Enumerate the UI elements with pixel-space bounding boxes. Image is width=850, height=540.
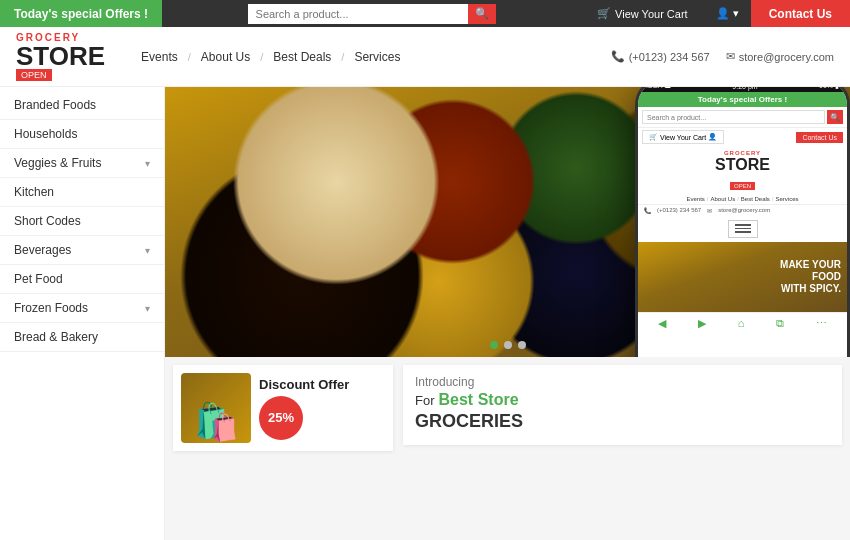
chevron-down-icon: ▾ [145,303,150,314]
header-email: ✉ store@grocery.com [726,50,834,63]
email-address: store@grocery.com [739,51,834,63]
phone-nav-events[interactable]: Events [686,196,704,202]
phone-hero-text: MAKE YOURFOODWITH SPICY. [780,259,841,295]
nav-best-deals[interactable]: Best Deals [267,50,337,64]
sidebar-item-kitchen[interactable]: Kitchen [0,178,164,207]
logo: GROCERY STORE OPEN [16,32,105,81]
phone-contact-button[interactable]: Contact Us [796,132,843,143]
sidebar-item-short-codes[interactable]: Short Codes [0,207,164,236]
phone-offers-text: Today's special Offers ! [698,95,787,104]
phone-user-icon: 👤 [708,133,717,141]
sidebar-label: Veggies & Fruits [14,156,101,170]
user-icon: 👤 [716,7,730,20]
logo-store: STORE [16,43,105,69]
promo-title: Discount Offer [259,377,385,392]
phone-search-button[interactable]: 🔍 [827,110,843,124]
cart-label: View Your Cart [615,8,688,20]
phone-logo: GROCERY STORE OPEN [638,146,847,194]
phone-cart-label: View Your Cart [660,134,706,141]
contact-button[interactable]: Contact Us [751,0,850,27]
phone-contact-label: Contact Us [802,134,837,141]
phone-cart-button[interactable]: 🛒 View Your Cart 👤 [642,130,724,144]
hero-dot-1[interactable] [490,341,498,349]
sidebar-label: Beverages [14,243,71,257]
phone-email-icon: ✉ [707,207,712,214]
phone-cart-row: 🛒 View Your Cart 👤 Contact Us [638,127,847,146]
hamburger-line [735,231,751,233]
phone-email: store@grocery.com [718,207,770,214]
logo-open: OPEN [16,69,52,81]
main-content: Branded Foods Households Veggies & Fruit… [0,87,850,540]
phone-number: (+0123) 234 567 [629,51,710,63]
sidebar-item-frozen-foods[interactable]: Frozen Foods ▾ [0,294,164,323]
email-icon: ✉ [726,50,735,63]
search-button[interactable]: 🔍 [468,4,496,24]
nav-events[interactable]: Events [135,50,184,64]
phone-logo-open: OPEN [730,182,755,190]
offers-text: Today's special Offers ! [14,7,148,21]
phone-nav-services[interactable]: Services [776,196,799,202]
header-contact-info: 📞 (+0123) 234 567 ✉ store@grocery.com [611,50,834,63]
phone-forward-icon[interactable]: ▶ [698,317,706,330]
phone-bottom-bar: ◀ ▶ ⌂ ⧉ ⋯ [638,312,847,334]
user-arrow: ▾ [733,7,739,20]
contact-label: Contact Us [769,7,832,21]
header: GROCERY STORE OPEN Events / About Us / B… [0,27,850,87]
phone-tabs-icon[interactable]: ⧉ [776,317,784,330]
phone-phone-icon: 📞 [644,207,651,214]
sidebar-label: Pet Food [14,272,63,286]
promo-badge: 25% [259,396,303,440]
bag-icon: 🛍️ [194,401,239,443]
intro-card: Introducing For Best Store GROCERIES [403,365,842,445]
phone-mockup: IDEA ☁ 9:20 pm 90% ▮ Today's special Off… [635,87,850,357]
hamburger-line [735,224,751,226]
chevron-down-icon: ▾ [145,158,150,169]
phone-home-icon[interactable]: ⌂ [738,317,745,329]
offers-bar: Today's special Offers ! [0,0,162,27]
phone-offers-bar: Today's special Offers ! [638,92,847,107]
promo-image: 🛍️ [181,373,251,443]
search-area: 🔍 [162,4,581,24]
promo-info: Discount Offer 25% [259,377,385,440]
phone-search-row: 🔍 [638,107,847,127]
sidebar-item-pet-food[interactable]: Pet Food [0,265,164,294]
hero-banner: IDEA ☁ 9:20 pm 90% ▮ Today's special Off… [165,87,850,357]
search-input[interactable] [248,4,468,24]
phone-nav-deals[interactable]: Best Deals [741,196,770,202]
intro-title-row: For Best Store [415,391,830,409]
phone-search-input[interactable] [642,110,825,124]
content-area: IDEA ☁ 9:20 pm 90% ▮ Today's special Off… [165,87,850,540]
sidebar-label: Branded Foods [14,98,96,112]
phone-signal: IDEA ☁ [646,87,671,90]
nav-about[interactable]: About Us [195,50,256,64]
cart-button[interactable]: 🛒 View Your Cart [581,7,704,20]
user-button[interactable]: 👤 ▾ [704,7,751,20]
hero-dots [490,341,526,349]
phone-battery: 90% ▮ [819,87,839,90]
phone-nav-about[interactable]: About Us [710,196,735,202]
nav-services[interactable]: Services [348,50,406,64]
promo-discount-card: 🛍️ Discount Offer 25% [173,365,393,451]
phone-nav: Events / About Us / Best Deals / Service… [638,194,847,205]
sidebar-item-branded-foods[interactable]: Branded Foods [0,91,164,120]
sidebar-label: Frozen Foods [14,301,88,315]
phone-time: 9:20 pm [732,87,757,90]
sidebar-item-households[interactable]: Households [0,120,164,149]
sidebar-item-veggies[interactable]: Veggies & Fruits ▾ [0,149,164,178]
sidebar-item-beverages[interactable]: Beverages ▾ [0,236,164,265]
header-phone: 📞 (+0123) 234 567 [611,50,710,63]
sidebar-label: Kitchen [14,185,54,199]
hero-dot-3[interactable] [518,341,526,349]
chevron-down-icon: ▾ [145,245,150,256]
bottom-promo-section: 🛍️ Discount Offer 25% Introducing For Be… [165,357,850,540]
intro-name: Best Store [439,391,519,409]
phone-menu-button[interactable] [728,220,758,238]
intro-for: For [415,393,435,408]
phone-back-icon[interactable]: ◀ [658,317,666,330]
hamburger-line [735,228,751,230]
hero-dot-2[interactable] [504,341,512,349]
phone-menu-icon[interactable]: ⋯ [816,317,827,330]
sidebar-item-bread-bakery[interactable]: Bread & Bakery [0,323,164,352]
sidebar-label: Bread & Bakery [14,330,98,344]
sidebar-label: Short Codes [14,214,81,228]
